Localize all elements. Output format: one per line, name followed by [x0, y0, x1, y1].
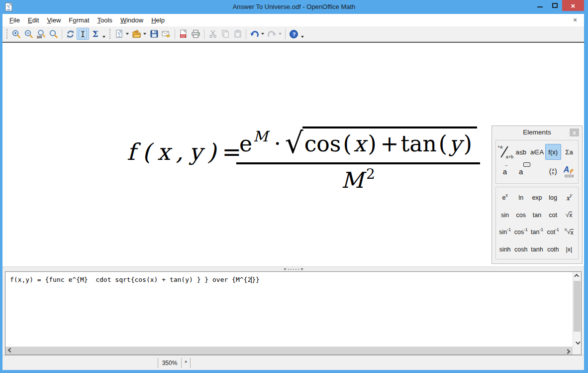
- open-dropdown[interactable]: [143, 33, 146, 35]
- category-attributes[interactable]: →a: [497, 163, 513, 179]
- function-cot[interactable]: cot: [545, 207, 561, 224]
- category-unary-binary-operators[interactable]: +a a+b: [497, 144, 513, 160]
- formula-token: ): [464, 131, 472, 156]
- others-label: a: [519, 167, 523, 176]
- function-log[interactable]: log: [545, 189, 561, 207]
- zoom-level[interactable]: 350%: [158, 360, 181, 367]
- symbols-catalog-button[interactable]: Σ: [89, 28, 101, 40]
- zoom-100-button[interactable]: 100: [35, 28, 47, 40]
- category-others[interactable]: ···a: [513, 163, 529, 179]
- toolbar-separator: [285, 29, 286, 39]
- menu-view[interactable]: View: [43, 15, 65, 25]
- scroll-left-button[interactable]: [5, 347, 14, 355]
- toolbar-overflow-button[interactable]: [101, 28, 107, 40]
- bracket-close: ): [555, 167, 557, 175]
- new-document-dropdown[interactable]: [126, 33, 129, 35]
- category-functions[interactable]: f(x): [545, 144, 561, 160]
- minimize-button[interactable]: [532, 0, 547, 11]
- function-ln[interactable]: ln: [513, 189, 529, 207]
- function-arccot[interactable]: cot-1: [545, 224, 561, 241]
- scroll-down-button[interactable]: [573, 339, 582, 347]
- function-sin[interactable]: sin: [497, 207, 513, 224]
- document-close-button[interactable]: ×: [571, 16, 579, 24]
- menu-file[interactable]: File: [5, 15, 24, 25]
- category-set-operations[interactable]: a∈A: [529, 144, 545, 160]
- toolbar-grip[interactable]: [109, 29, 111, 39]
- formula-view[interactable]: f(x,y)= eM·√cos(x)+tan(y) M2 Elements x: [2, 42, 584, 266]
- function-x-power-y[interactable]: xy: [561, 189, 577, 207]
- scroll-up-button[interactable]: [573, 272, 582, 279]
- formula-cursor-button[interactable]: [77, 28, 89, 40]
- elements-panel-close-button[interactable]: x: [570, 128, 579, 136]
- function-arccos[interactable]: cos-1: [513, 224, 529, 241]
- modified-indicator: *: [182, 360, 190, 367]
- commands-window[interactable]: f(x,y) = {func e^{M} cdot sqrt{cos(x) + …: [5, 271, 582, 355]
- category-operators[interactable]: Σa: [561, 144, 577, 160]
- function-abs[interactable]: |x|: [561, 241, 577, 258]
- function-tanh[interactable]: tanh: [529, 241, 545, 258]
- toolbar-overflow-button[interactable]: [300, 28, 306, 40]
- new-document-button[interactable]: ∑: [113, 28, 125, 40]
- category-spacer: [529, 163, 545, 179]
- functions-section: ex ln exp log xy sin cos tan cot √x sin-…: [495, 187, 579, 259]
- function-arcsin[interactable]: sin-1: [497, 224, 513, 241]
- function-cosh[interactable]: cosh: [513, 241, 529, 258]
- menu-edit[interactable]: Edit: [24, 15, 43, 25]
- zoom-out-button[interactable]: [22, 28, 35, 40]
- menu-label: W: [120, 16, 126, 24]
- function-coth[interactable]: coth: [545, 241, 561, 258]
- close-button[interactable]: ×: [562, 0, 584, 11]
- update-button[interactable]: [64, 28, 77, 40]
- fn-sup: -1: [539, 227, 543, 232]
- save-button[interactable]: [148, 28, 160, 40]
- category-brackets[interactable]: (ab): [545, 163, 561, 179]
- print-button[interactable]: [190, 28, 202, 40]
- function-cos[interactable]: cos: [513, 207, 529, 224]
- menu-window[interactable]: Window: [116, 15, 147, 25]
- function-arctan[interactable]: tan-1: [529, 224, 545, 241]
- formula-command-text[interactable]: f(x,y) = {func e^{M} cdot sqrt{cos(x) + …: [10, 276, 260, 283]
- formula-token: x: [354, 131, 366, 156]
- menu-help[interactable]: Help: [147, 15, 169, 25]
- horizontal-scrollbar[interactable]: [5, 347, 573, 355]
- formula-token: x: [157, 138, 170, 165]
- menu-format[interactable]: Format: [65, 15, 93, 25]
- formula-token: ): [207, 138, 216, 165]
- vertical-scrollbar[interactable]: [573, 272, 581, 347]
- zoom-in-button[interactable]: [10, 28, 22, 40]
- category-relations[interactable]: a≤b: [513, 144, 529, 160]
- vertical-scroll-thumb[interactable]: [574, 281, 581, 332]
- redo-dropdown: [279, 33, 282, 35]
- fn-base: e: [502, 194, 505, 201]
- function-exp[interactable]: exp: [529, 189, 545, 207]
- function-sinh[interactable]: sinh: [497, 241, 513, 258]
- scroll-right-button[interactable]: [564, 347, 573, 355]
- toolbar-grip[interactable]: [6, 29, 8, 39]
- zoom-button[interactable]: [47, 28, 60, 40]
- document-close-icon: ×: [573, 16, 577, 24]
- menu-tools[interactable]: Tools: [94, 15, 116, 25]
- fn-base: cot: [549, 212, 557, 219]
- undo-button[interactable]: [248, 28, 261, 40]
- email-icon: [162, 29, 172, 38]
- function-tan[interactable]: tan: [529, 207, 545, 224]
- fn-base: √: [567, 229, 571, 236]
- function-e-power-x[interactable]: ex: [497, 189, 513, 207]
- maximize-button[interactable]: [547, 0, 562, 11]
- formula-radicand: cos(x)+tan(y): [302, 126, 477, 156]
- svg-text:PDF: PDF: [181, 35, 186, 38]
- export-pdf-button[interactable]: PDF: [177, 28, 190, 40]
- close-icon: ×: [571, 1, 576, 10]
- unary-top-label: +a: [497, 144, 502, 149]
- category-formats[interactable]: A: [561, 163, 577, 179]
- view-splitter[interactable]: [2, 266, 584, 271]
- chevron-right-icon: [565, 349, 570, 354]
- statusbar: 350% *: [2, 355, 584, 370]
- help-button[interactable]: ?: [288, 28, 300, 40]
- function-nth-root[interactable]: n√x: [561, 224, 577, 241]
- undo-dropdown[interactable]: [261, 33, 264, 35]
- open-button[interactable]: [130, 28, 143, 40]
- email-button[interactable]: [160, 28, 173, 40]
- function-sqrt[interactable]: √x: [561, 207, 577, 224]
- rendered-formula: f(x,y)= eM·√cos(x)+tan(y) M2: [127, 43, 475, 192]
